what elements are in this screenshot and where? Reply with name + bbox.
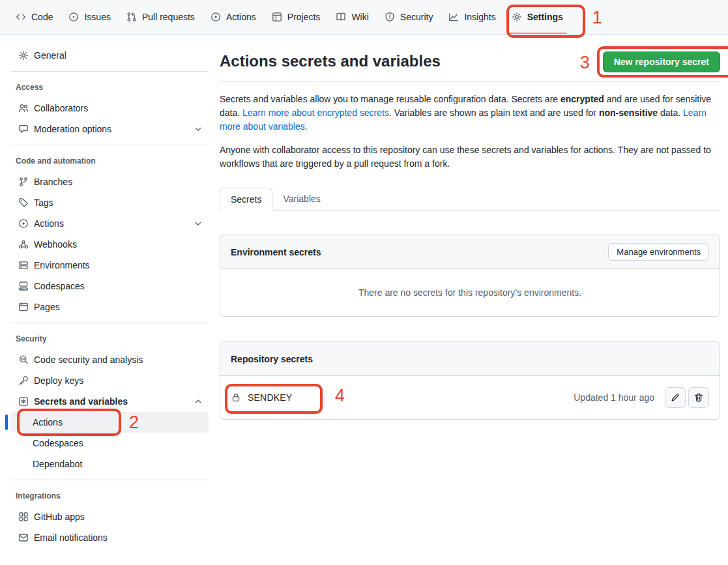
repo-tab-bar: Code Issues Pull requests Actions Projec… <box>0 0 728 35</box>
play-icon <box>18 218 29 229</box>
pencil-icon <box>670 392 680 403</box>
page-title: Actions secrets and variables <box>220 51 441 71</box>
chevron-down-icon <box>193 218 203 229</box>
secret-name: SENDKEY <box>248 392 292 403</box>
tab-settings[interactable]: Settings 1 <box>506 0 568 34</box>
codescan-icon <box>18 355 29 365</box>
intro-paragraph-2: Anyone with collaborator access to this … <box>220 143 720 171</box>
tab-secrets[interactable]: Secrets <box>220 188 272 211</box>
secret-row: SENDKEY 4 Updated 1 hour ago <box>220 376 720 419</box>
sidebar-item-webhooks[interactable]: Webhooks <box>10 234 209 255</box>
secret-meta: Updated 1 hour ago <box>574 387 709 408</box>
delete-secret-button[interactable] <box>688 387 709 408</box>
sidebar-item-label: Tags <box>34 197 203 208</box>
tab-label: Projects <box>287 12 321 22</box>
new-repository-secret-button[interactable]: New repository secret 3 <box>603 51 720 72</box>
tab-security[interactable]: Security <box>379 0 439 34</box>
sidebar-item-branches[interactable]: Branches <box>10 171 209 192</box>
environment-secrets-header: Environment secrets Manage environments <box>220 235 720 269</box>
sidebar-subitem-actions[interactable]: Actions 2 <box>10 412 209 433</box>
play-icon <box>211 12 221 22</box>
tab-label: Settings <box>527 12 563 22</box>
sidebar-item-label: Environments <box>34 260 203 270</box>
repository-secrets-header: Repository secrets <box>220 342 720 376</box>
sidebar-item-github-apps[interactable]: GitHub apps <box>10 506 209 527</box>
sidebar-subitem-label: Codespaces <box>33 438 83 448</box>
sidebar-item-label: GitHub apps <box>34 512 203 522</box>
intro-text: data. <box>658 108 683 118</box>
divider <box>10 323 209 323</box>
sidebar-item-code-security[interactable]: Code security and analysis <box>10 349 209 370</box>
divider <box>10 145 209 145</box>
shield-icon <box>385 12 395 22</box>
intro-paragraph-1: Secrets and variables allow you to manag… <box>220 93 720 134</box>
edit-secret-button[interactable] <box>665 387 686 408</box>
intro-text: . <box>305 121 308 132</box>
sidebar-section-title-integrations: Integrations <box>10 485 209 506</box>
sidebar-item-email-notifications[interactable]: Email notifications <box>10 527 209 548</box>
tab-label: Issues <box>84 12 110 22</box>
sidebar-item-label: Moderation options <box>34 124 193 134</box>
codespaces-icon <box>18 281 29 291</box>
tab-label: Security <box>400 12 433 22</box>
sidebar-item-tags[interactable]: Tags <box>10 192 209 213</box>
sidebar-subitem-label: Dependabot <box>33 459 82 469</box>
graph-icon <box>448 12 459 22</box>
secret-name-group: SENDKEY 4 <box>231 392 292 403</box>
tab-code[interactable]: Code <box>10 0 58 34</box>
manage-environments-button[interactable]: Manage environments <box>608 243 709 261</box>
divider <box>220 81 720 82</box>
mail-icon <box>18 532 29 543</box>
tab-label: Actions <box>226 12 256 22</box>
git-branch-icon <box>18 177 29 187</box>
box-title: Environment secrets <box>231 247 321 257</box>
tab-label: Wiki <box>351 12 368 22</box>
intro-bold-non-sensitive: non-sensitive <box>599 108 658 118</box>
sidebar-item-pages[interactable]: Pages <box>10 297 209 317</box>
sidebar-item-secrets-and-variables[interactable]: Secrets and variables <box>10 391 209 412</box>
sidebar-item-codespaces[interactable]: Codespaces <box>10 276 209 297</box>
tab-variables[interactable]: Variables <box>272 188 330 211</box>
environment-secrets-box: Environment secrets Manage environments … <box>220 235 720 317</box>
intro-bold-encrypted: encrypted <box>561 94 604 104</box>
tab-insights[interactable]: Insights <box>443 0 501 34</box>
tab-pull-requests[interactable]: Pull requests <box>121 0 200 34</box>
annotation-number-2: 2 <box>129 414 139 431</box>
page-body: General Access Collaborators Moderation … <box>0 35 728 548</box>
tab-projects[interactable]: Projects <box>267 0 326 34</box>
environment-secrets-empty-text: There are no secrets for this repository… <box>220 269 720 316</box>
sidebar-subitem-codespaces[interactable]: Codespaces <box>10 433 209 454</box>
trash-icon <box>693 392 704 403</box>
sidebar-item-label: Codespaces <box>34 281 203 291</box>
sidebar-subitem-dependabot[interactable]: Dependabot <box>10 454 209 474</box>
sidebar-item-label: Branches <box>34 177 203 187</box>
sidebar-item-deploy-keys[interactable]: Deploy keys <box>10 370 209 391</box>
divider <box>10 71 209 72</box>
gear-icon <box>18 50 29 61</box>
git-pull-request-icon <box>126 12 137 22</box>
repository-secrets-box: Repository secrets SENDKEY 4 Updated 1 h… <box>220 341 720 420</box>
sidebar-section-title-access: Access <box>10 77 209 98</box>
intro-text: Secrets and variables allow you to manag… <box>220 94 561 104</box>
sidebar-item-collaborators[interactable]: Collaborators <box>10 98 209 119</box>
issue-opened-icon <box>68 12 79 22</box>
sidebar-item-label: General <box>34 50 203 61</box>
tab-wiki[interactable]: Wiki <box>330 0 373 34</box>
gear-icon <box>512 12 522 22</box>
intro-text: . Variables are shown as plain text and … <box>389 108 599 118</box>
chevron-down-icon <box>193 124 203 134</box>
sidebar-item-label: Secrets and variables <box>34 396 193 407</box>
sidebar-item-moderation-options[interactable]: Moderation options <box>10 119 209 139</box>
sidebar-item-general[interactable]: General <box>10 45 209 66</box>
annotation-number-1: 1 <box>592 9 602 27</box>
tab-label: Insights <box>464 12 495 22</box>
sidebar-item-actions[interactable]: Actions <box>10 213 209 234</box>
sidebar-item-label: Deploy keys <box>34 375 203 386</box>
sidebar-item-environments[interactable]: Environments <box>10 255 209 276</box>
page-header: Actions secrets and variables New reposi… <box>220 51 720 72</box>
tab-issues[interactable]: Issues <box>63 0 115 34</box>
tag-icon <box>18 197 29 208</box>
button-label: New repository secret <box>614 57 709 67</box>
tab-actions[interactable]: Actions <box>205 0 261 34</box>
link-encrypted-secrets-docs[interactable]: Learn more about encrypted secrets <box>242 108 389 118</box>
